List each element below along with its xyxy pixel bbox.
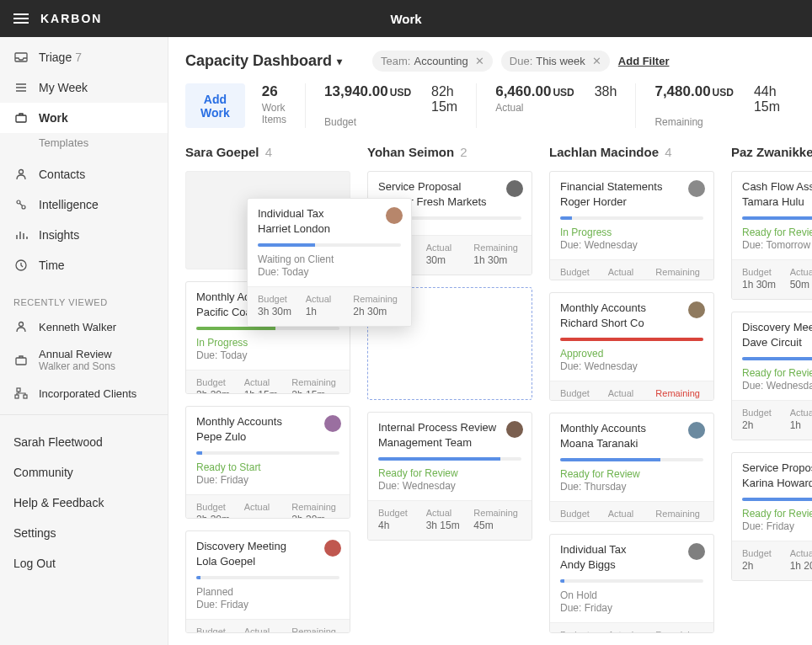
metric-label: Budget <box>196 626 244 633</box>
footer-community[interactable]: Community <box>0 457 168 488</box>
stat-time: 82h 15m <box>431 84 457 115</box>
kanban-column[interactable]: Paz Zwanikken 3 Cash Flow Assessment Tam… <box>731 141 812 645</box>
clock-icon <box>13 258 29 273</box>
work-card[interactable]: Discovery Meeting Dave Circuit Ready for… <box>731 312 812 440</box>
card-status: In Progress <box>560 227 612 238</box>
nav-intelligence[interactable]: Intelligence <box>0 189 168 220</box>
card-due: Due: Wednesday <box>560 360 703 372</box>
work-card[interactable]: Discovery Meeting Lola Goepel Planned Du… <box>185 530 350 633</box>
progress-bar <box>258 243 401 247</box>
close-icon[interactable]: ✕ <box>475 55 484 67</box>
metric-value: 2h 30m <box>291 514 339 519</box>
metric-label: Actual <box>426 243 474 253</box>
column-name: Paz Zwanikken <box>731 145 812 159</box>
footer-settings[interactable]: Settings <box>0 518 168 548</box>
card-client: Pepe Zulo <box>196 430 339 443</box>
stat-label: Budget <box>324 116 457 128</box>
dragged-card[interactable]: Individual Tax Harriet London Waiting on… <box>247 198 412 327</box>
filter-pill-team[interactable]: Team: Accounting ✕ <box>372 51 493 72</box>
card-title: Monthly Accounts <box>196 415 339 429</box>
nav-triage[interactable]: Triage 7 <box>0 42 168 72</box>
card-title: Individual Tax <box>560 543 703 557</box>
work-card[interactable]: Financial Statements Roger Horder In Pro… <box>549 171 714 280</box>
footer-help[interactable]: Help & Feedback <box>0 488 168 518</box>
column-count: 4 <box>665 145 671 159</box>
metric-value: 2h 30m <box>353 306 401 317</box>
progress-bar <box>560 338 703 341</box>
work-card[interactable]: Internal Process Review Management Team … <box>367 412 532 541</box>
recent-item[interactable]: Annual ReviewWalker and Sons <box>0 341 168 379</box>
card-due: Due: Friday <box>742 520 812 532</box>
metric-value: 2h 15m <box>291 389 339 394</box>
card-title: Monthly Accounts <box>560 301 703 316</box>
metric-label: Budget <box>742 267 790 277</box>
card-due: Due: Today <box>258 266 401 278</box>
page-title: Work <box>390 12 421 26</box>
card-client: Dave Circuit <box>742 336 812 349</box>
nav-my-week[interactable]: My Week <box>0 72 168 103</box>
close-icon[interactable]: ✕ <box>592 55 601 67</box>
card-status: Ready for Review <box>742 367 812 379</box>
metric-label: Remaining <box>473 243 521 253</box>
svg-point-3 <box>17 200 20 204</box>
add-filter-link[interactable]: Add Filter <box>618 55 670 67</box>
inbox-icon <box>13 50 29 65</box>
avatar <box>506 421 523 438</box>
card-status: On Hold <box>560 589 597 601</box>
footer-user[interactable]: Sarah Fleetwood <box>0 427 168 457</box>
filter-label: Team: <box>381 55 410 67</box>
svg-point-2 <box>19 170 24 174</box>
metric-value: 1h <box>790 419 812 431</box>
nav-contacts[interactable]: Contacts <box>0 159 168 189</box>
metric-value: 2h <box>742 419 790 431</box>
metric-label: Budget <box>560 630 608 633</box>
recent-header: RECENTLY VIEWED <box>0 285 168 312</box>
card-status: Ready for Review <box>378 467 458 479</box>
menu-icon[interactable] <box>13 10 30 27</box>
metric-value: 2h <box>742 560 790 572</box>
intelligence-icon <box>13 197 29 212</box>
nav-label: Triage <box>39 51 72 64</box>
card-client: Karina Howard <box>742 477 812 489</box>
metric-label: Actual <box>244 502 292 512</box>
progress-bar <box>742 357 812 360</box>
metric-value: 3h 30m <box>196 389 244 394</box>
nav-label: Insights <box>39 228 79 242</box>
metric-value: 4h <box>378 520 426 531</box>
stat-currency: USD <box>713 87 734 99</box>
work-card[interactable]: Monthly Accounts Pepe Zulo Ready to Star… <box>185 406 350 519</box>
metric-label: Budget <box>258 294 306 304</box>
kanban-column[interactable]: Lachlan Macindoe 4 Financial Statements … <box>549 141 714 645</box>
footer-logout[interactable]: Log Out <box>0 548 168 578</box>
add-work-button[interactable]: Add Work <box>185 83 245 128</box>
dashboard-title-dropdown[interactable]: Capacity Dashboard ▾ <box>185 52 342 70</box>
nav-time[interactable]: Time <box>0 250 168 280</box>
nav-templates[interactable]: Templates <box>0 133 168 159</box>
card-client: Management Team <box>378 436 521 449</box>
recent-item[interactable]: Kenneth Walker <box>0 312 168 341</box>
metric-label: Budget <box>196 502 244 512</box>
recent-label: Annual Review <box>39 348 112 360</box>
recent-label: Kenneth Walker <box>39 321 116 333</box>
work-card[interactable]: Service Proposal Karina Howard Ready for… <box>731 452 812 581</box>
metric-label: Actual <box>790 548 812 558</box>
nav-label: My Week <box>39 81 88 94</box>
nav-insights[interactable]: Insights <box>0 220 168 250</box>
list-icon <box>13 80 29 95</box>
recent-item[interactable]: Incorporated Clients <box>0 379 168 408</box>
metric-value: 2h 30m <box>560 400 608 402</box>
work-card[interactable]: Individual Tax Andy Biggs On Hold Due: F… <box>549 534 714 633</box>
progress-bar <box>560 579 703 583</box>
metric-label: Actual <box>426 508 474 518</box>
column-name: Yohan Seimon <box>367 145 454 159</box>
metric-value: 1h 15m <box>244 389 292 394</box>
metric-label: Remaining <box>291 502 339 512</box>
work-card[interactable]: Cash Flow Assessment Tamara Hulu Ready f… <box>731 171 812 300</box>
metric-value: 5h 45m <box>655 279 703 280</box>
column-header: Sara Goepel 4 <box>185 141 350 171</box>
work-card[interactable]: Monthly Accounts Moana Taranaki Ready fo… <box>549 413 714 522</box>
nav-work[interactable]: Work <box>0 103 168 133</box>
metric-label: Budget <box>196 377 244 387</box>
work-card[interactable]: Monthly Accounts Richard Short Co Approv… <box>549 292 714 402</box>
filter-pill-due[interactable]: Due: This week ✕ <box>501 51 610 72</box>
